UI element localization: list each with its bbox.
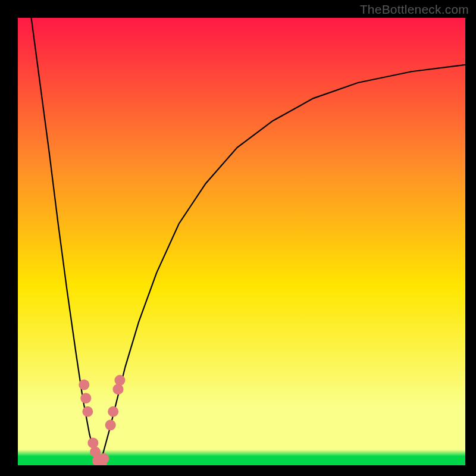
marker-left (79, 380, 89, 390)
marker-right (112, 384, 123, 394)
watermark: TheBottleneck.com (360, 2, 469, 17)
marker-left (80, 393, 91, 403)
marker-left (82, 406, 93, 417)
marker-right (105, 419, 116, 430)
plot-area (18, 18, 465, 465)
bottleneck-curve (18, 18, 465, 465)
marker-left (90, 446, 101, 457)
marker-right (114, 375, 125, 386)
marker-bottom (98, 453, 109, 464)
chart-frame: TheBottleneck.com (0, 0, 476, 476)
marker-right (108, 406, 118, 417)
marker-left (87, 437, 98, 448)
